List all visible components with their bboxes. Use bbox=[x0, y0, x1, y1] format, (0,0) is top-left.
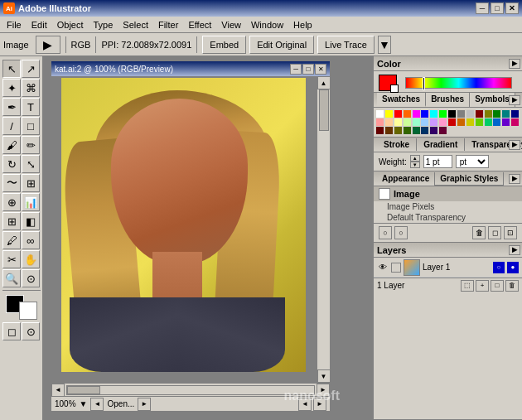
swatch-item[interactable] bbox=[476, 118, 483, 126]
menu-window[interactable]: Window bbox=[246, 18, 288, 31]
swatch-item[interactable] bbox=[466, 110, 474, 118]
appearance-add[interactable]: ○ bbox=[394, 226, 408, 239]
menu-object[interactable]: Object bbox=[52, 18, 89, 31]
swatch-item[interactable] bbox=[476, 110, 483, 118]
column-graph-tool[interactable]: 📊 bbox=[22, 193, 40, 211]
edit-original-button[interactable]: Edit Original bbox=[249, 36, 314, 54]
extra-tool[interactable]: ⊙ bbox=[22, 269, 40, 287]
swatch-item[interactable] bbox=[421, 118, 428, 126]
line-tool[interactable]: / bbox=[2, 117, 21, 135]
tab-gradient[interactable]: Gradient bbox=[417, 138, 465, 151]
blend-tool[interactable]: ∞ bbox=[22, 231, 40, 249]
layers-new-layer[interactable]: □ bbox=[491, 280, 504, 292]
layer-visibility-toggle[interactable]: 👁 bbox=[377, 262, 389, 273]
stroke-panel-menu[interactable]: ▶ bbox=[509, 140, 520, 150]
tab-stroke[interactable]: Stroke bbox=[377, 138, 417, 151]
swatch-item[interactable] bbox=[457, 110, 465, 118]
swatch-item[interactable] bbox=[394, 127, 402, 134]
magic-wand-tool[interactable]: ✦ bbox=[2, 79, 21, 97]
weight-unit-select[interactable]: pt px mm bbox=[456, 155, 489, 168]
rotate-tool[interactable]: ↻ bbox=[2, 155, 21, 173]
scale-tool[interactable]: ⤡ bbox=[22, 155, 40, 173]
appearance-panel-menu[interactable]: ▶ bbox=[509, 174, 520, 184]
layers-delete-layer[interactable]: 🗑 bbox=[505, 280, 519, 292]
appearance-clear[interactable]: ○ bbox=[379, 226, 392, 239]
mesh-tool[interactable]: ⊞ bbox=[2, 212, 21, 230]
weight-up[interactable]: ▲ bbox=[410, 155, 420, 162]
zoom-tool[interactable]: 🔍 bbox=[2, 269, 21, 287]
doc-minimize[interactable]: ─ bbox=[290, 64, 302, 75]
swatch-item[interactable] bbox=[385, 127, 393, 134]
swatch-item[interactable] bbox=[430, 118, 437, 126]
swatch-item[interactable] bbox=[376, 118, 384, 126]
vertical-scrollbar[interactable]: ▲ ▼ bbox=[317, 76, 330, 383]
screen-mode[interactable]: ⊙ bbox=[22, 322, 40, 340]
doc-close[interactable]: ✕ bbox=[315, 64, 326, 75]
swatch-item[interactable] bbox=[439, 127, 447, 134]
maximize-button[interactable]: □ bbox=[491, 2, 504, 14]
color-spectrum[interactable] bbox=[405, 77, 512, 89]
swatch-item[interactable] bbox=[466, 118, 474, 126]
status-right[interactable]: ► bbox=[138, 398, 151, 411]
menu-view[interactable]: View bbox=[216, 18, 246, 31]
swatch-item[interactable] bbox=[485, 110, 492, 118]
swatch-item[interactable] bbox=[448, 110, 456, 118]
shape-tool[interactable]: □ bbox=[22, 117, 40, 135]
swatch-item[interactable] bbox=[421, 110, 428, 118]
scissors-tool[interactable]: ✂ bbox=[2, 250, 21, 268]
color-panel-menu[interactable]: ▶ bbox=[509, 59, 520, 69]
layers-make-clipping[interactable]: ⬚ bbox=[461, 280, 474, 292]
toolbar-play-button[interactable]: ▶ bbox=[36, 36, 60, 54]
swatch-item[interactable] bbox=[394, 110, 402, 118]
swatch-item[interactable] bbox=[404, 127, 411, 134]
swatch-item[interactable] bbox=[439, 110, 447, 118]
swatch-item[interactable] bbox=[502, 118, 510, 126]
scroll-left[interactable]: ◄ bbox=[51, 384, 65, 397]
menu-type[interactable]: Type bbox=[89, 18, 118, 31]
scroll-down[interactable]: ▼ bbox=[317, 369, 331, 383]
layer-target[interactable]: ● bbox=[507, 262, 519, 273]
embed-button[interactable]: Embed bbox=[202, 36, 246, 54]
live-trace-dropdown[interactable]: ▼ bbox=[378, 36, 391, 54]
scroll-up[interactable]: ▲ bbox=[317, 76, 331, 89]
menu-select[interactable]: Select bbox=[118, 18, 153, 31]
layer-lock-icon[interactable] bbox=[391, 263, 401, 273]
gradient-tool[interactable]: ◧ bbox=[22, 212, 40, 230]
tab-brushes[interactable]: Brushes bbox=[426, 93, 470, 107]
doc-maximize[interactable]: □ bbox=[302, 64, 314, 75]
selection-tool[interactable]: ↖ bbox=[2, 60, 21, 78]
lasso-tool[interactable]: ⌘ bbox=[22, 79, 40, 97]
swatch-item[interactable] bbox=[404, 118, 411, 126]
hand-tool[interactable]: ✋ bbox=[22, 250, 40, 268]
type-tool[interactable]: T bbox=[22, 98, 40, 116]
swatch-item[interactable] bbox=[502, 110, 510, 118]
minimize-button[interactable]: ─ bbox=[476, 2, 489, 14]
layers-new-sublayer[interactable]: + bbox=[476, 280, 489, 292]
swatch-item[interactable] bbox=[385, 118, 393, 126]
h-scrollbar-thumb[interactable] bbox=[67, 386, 100, 394]
swatch-item[interactable] bbox=[404, 110, 411, 118]
swatch-item[interactable] bbox=[448, 118, 456, 126]
swatch-item[interactable] bbox=[413, 110, 420, 118]
symbol-sprayer-tool[interactable]: ⊕ bbox=[2, 193, 21, 211]
status-left[interactable]: ◄ bbox=[90, 398, 104, 411]
swatch-item[interactable] bbox=[413, 118, 420, 126]
swatch-item[interactable] bbox=[511, 110, 519, 118]
swatch-item[interactable] bbox=[439, 118, 447, 126]
swatches-panel-menu[interactable]: ▶ bbox=[509, 95, 520, 105]
normal-mode[interactable]: ◻ bbox=[2, 322, 21, 340]
menu-help[interactable]: Help bbox=[288, 18, 317, 31]
swatch-item[interactable] bbox=[430, 127, 437, 134]
scroll-thumb-v[interactable] bbox=[319, 89, 329, 131]
appearance-dup[interactable]: ⊡ bbox=[504, 226, 517, 239]
weight-input[interactable] bbox=[423, 155, 452, 168]
live-trace-button[interactable]: Live Trace bbox=[317, 36, 375, 54]
pen-tool[interactable]: ✒ bbox=[2, 98, 21, 116]
color-preview[interactable] bbox=[379, 75, 397, 91]
layers-panel-menu[interactable]: ▶ bbox=[509, 245, 520, 255]
swatch-item[interactable] bbox=[493, 110, 500, 118]
swatch-item[interactable] bbox=[421, 127, 428, 134]
swatch-item[interactable] bbox=[376, 110, 384, 118]
menu-edit[interactable]: Edit bbox=[27, 18, 52, 31]
tab-graphic-styles[interactable]: Graphic Styles bbox=[435, 172, 504, 186]
